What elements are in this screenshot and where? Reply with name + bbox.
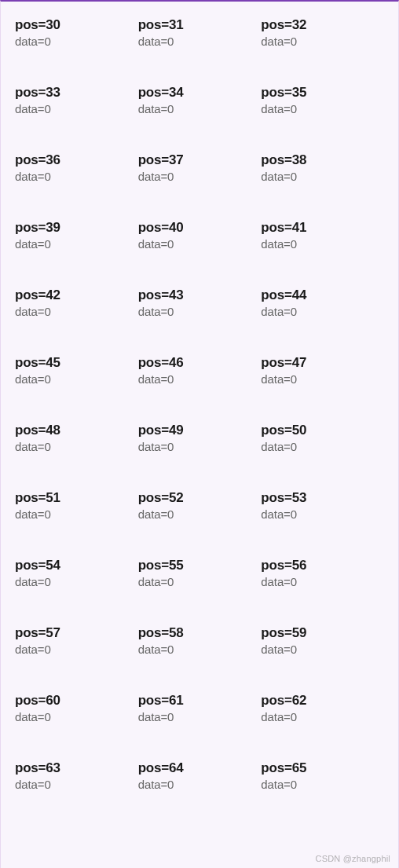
data-label: data=0 [15,372,138,386]
data-label: data=0 [15,575,138,588]
grid-cell: pos=34data=0 [138,85,262,115]
grid-cell: pos=60data=0 [15,693,138,723]
grid-cell: pos=33data=0 [15,85,138,115]
grid-cell: pos=63data=0 [15,760,138,791]
data-label: data=0 [261,35,384,48]
pos-label: pos=59 [261,625,384,641]
pos-label: pos=46 [138,355,262,371]
data-label: data=0 [138,35,262,48]
data-label: data=0 [138,575,262,588]
pos-label: pos=47 [261,355,384,371]
grid-cell: pos=48data=0 [15,423,138,453]
pos-label: pos=41 [261,220,384,236]
data-label: data=0 [15,507,138,521]
pos-label: pos=51 [15,490,138,506]
data-label: data=0 [15,778,138,791]
grid-cell: pos=59data=0 [261,625,384,656]
data-label: data=0 [15,102,138,115]
grid-cell: pos=51data=0 [15,490,138,521]
pos-label: pos=60 [15,693,138,709]
grid-cell: pos=44data=0 [261,288,384,318]
grid-cell: pos=42data=0 [15,288,138,318]
grid-cell: pos=41data=0 [261,220,384,251]
pos-label: pos=43 [138,288,262,303]
grid-cell: pos=52data=0 [138,490,262,521]
grid-cell: pos=46data=0 [138,355,262,386]
data-label: data=0 [261,507,384,521]
grid-cell: pos=39data=0 [15,220,138,251]
pos-label: pos=36 [15,152,138,168]
data-label: data=0 [138,778,262,791]
pos-label: pos=34 [138,85,262,101]
grid-cell: pos=47data=0 [261,355,384,386]
data-label: data=0 [138,237,262,251]
data-label: data=0 [261,170,384,183]
pos-label: pos=62 [261,693,384,709]
data-label: data=0 [261,710,384,723]
pos-label: pos=55 [138,558,262,573]
grid-cell: pos=50data=0 [261,423,384,453]
grid-cell: pos=58data=0 [138,625,262,656]
data-label: data=0 [261,778,384,791]
data-label: data=0 [261,440,384,453]
grid-cell: pos=61data=0 [138,693,262,723]
grid-cell: pos=54data=0 [15,558,138,588]
data-label: data=0 [138,372,262,386]
data-label: data=0 [261,102,384,115]
pos-label: pos=42 [15,288,138,303]
grid-cell: pos=49data=0 [138,423,262,453]
grid-cell: pos=55data=0 [138,558,262,588]
watermark: CSDN @zhangphil [316,854,391,863]
data-label: data=0 [15,237,138,251]
pos-label: pos=40 [138,220,262,236]
pos-label: pos=64 [138,760,262,776]
pos-label: pos=39 [15,220,138,236]
data-label: data=0 [261,237,384,251]
data-label: data=0 [15,643,138,656]
grid-cell: pos=38data=0 [261,152,384,183]
data-label: data=0 [138,507,262,521]
pos-label: pos=30 [15,17,138,33]
pos-label: pos=45 [15,355,138,371]
pos-label: pos=48 [15,423,138,438]
grid-cell: pos=31data=0 [138,17,262,48]
grid-cell: pos=62data=0 [261,693,384,723]
pos-label: pos=54 [15,558,138,573]
grid-cell: pos=40data=0 [138,220,262,251]
pos-label: pos=49 [138,423,262,438]
pos-label: pos=58 [138,625,262,641]
pos-label: pos=44 [261,288,384,303]
data-label: data=0 [138,305,262,318]
pos-label: pos=52 [138,490,262,506]
data-label: data=0 [15,170,138,183]
data-label: data=0 [261,372,384,386]
pos-label: pos=53 [261,490,384,506]
pos-label: pos=32 [261,17,384,33]
pos-label: pos=50 [261,423,384,438]
pos-label: pos=61 [138,693,262,709]
data-label: data=0 [138,440,262,453]
data-label: data=0 [15,440,138,453]
pos-label: pos=33 [15,85,138,101]
data-label: data=0 [261,305,384,318]
grid-container: pos=30data=0 pos=31data=0 pos=32data=0 p… [1,2,398,791]
data-label: data=0 [15,305,138,318]
grid-cell: pos=56data=0 [261,558,384,588]
grid-cell: pos=35data=0 [261,85,384,115]
grid-cell: pos=64data=0 [138,760,262,791]
pos-label: pos=65 [261,760,384,776]
data-label: data=0 [261,643,384,656]
data-label: data=0 [138,643,262,656]
data-label: data=0 [138,710,262,723]
data-label: data=0 [15,35,138,48]
grid-cell: pos=32data=0 [261,17,384,48]
grid-cell: pos=65data=0 [261,760,384,791]
data-label: data=0 [138,170,262,183]
grid-cell: pos=53data=0 [261,490,384,521]
grid-cell: pos=36data=0 [15,152,138,183]
data-label: data=0 [15,710,138,723]
data-label: data=0 [261,575,384,588]
pos-label: pos=57 [15,625,138,641]
data-label: data=0 [138,102,262,115]
grid-cell: pos=43data=0 [138,288,262,318]
